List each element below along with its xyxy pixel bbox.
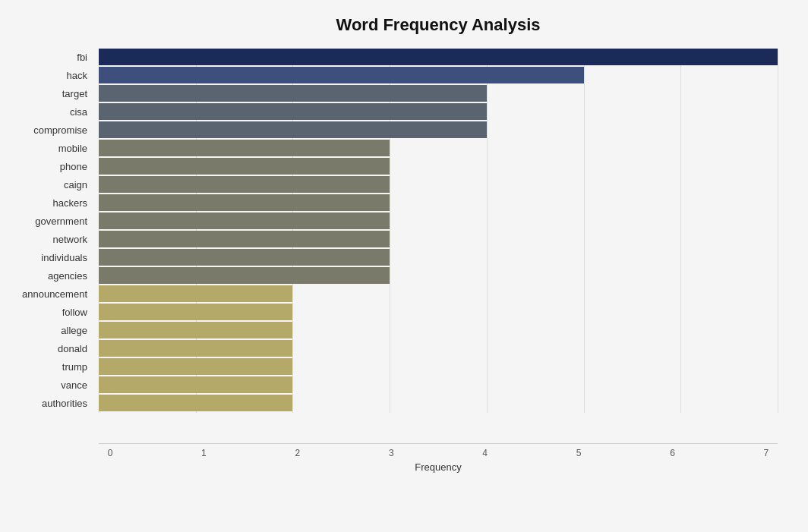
x-axis: 01234567 Frequency [99,443,778,474]
bar-row: donald [99,340,778,357]
bar-label: authorities [4,398,95,409]
bar-wrapper [99,231,778,247]
bar-label: mobile [4,143,95,154]
bar-wrapper [99,194,778,211]
bar [99,121,487,138]
bar-row: network [99,231,778,247]
bar-label: caign [4,179,95,190]
bar-label: individuals [4,252,95,263]
bar-row: caign [99,176,778,193]
x-tick: 0 [99,448,122,458]
x-tick: 1 [192,448,215,458]
bar-wrapper [99,249,778,266]
bar-label: network [4,234,95,245]
bar-label: cisa [4,106,95,118]
bar-wrapper [99,140,778,156]
bar [99,249,390,266]
bar-wrapper [99,285,778,302]
bar [99,304,292,320]
bar [99,358,292,375]
bar [99,285,292,302]
bar-label: vance [4,379,95,391]
chart-area: fbihacktargetcisacompromisemobilephoneca… [99,49,778,474]
x-tick: 2 [286,448,309,458]
bar-wrapper [99,376,778,393]
bar-label: donald [4,343,95,354]
bar [99,67,584,83]
bar [99,395,292,411]
bar-label: government [4,216,95,227]
bar [99,231,390,247]
bar [99,322,292,338]
bar-row: announcement [99,285,778,302]
bar-wrapper [99,304,778,320]
bar-label: allege [4,325,95,336]
bar-row: hack [99,67,778,83]
bar [99,212,390,229]
x-tick: 3 [380,448,402,458]
bar-label: compromise [4,124,95,136]
chart-title: Word Frequency Analysis [99,15,778,35]
bar [99,49,778,65]
bar-row: agencies [99,267,778,284]
bar-wrapper [99,358,778,375]
bar-row: compromise [99,121,778,138]
bar-row: hackers [99,194,778,211]
bar-label: hackers [4,197,95,209]
bar-wrapper [99,67,778,83]
bar [99,376,292,393]
bars-section: fbihacktargetcisacompromisemobilephoneca… [99,49,778,443]
bar-wrapper [99,85,778,102]
bar-wrapper [99,158,778,175]
bar-row: target [99,85,778,102]
bar [99,158,390,175]
bar-wrapper [99,103,778,120]
bar-row: authorities [99,395,778,411]
bar-wrapper [99,322,778,338]
bar-row: mobile [99,140,778,156]
chart-container: Word Frequency Analysis fbihacktargetcis… [0,0,808,532]
bar-row: government [99,212,778,229]
bar-row: allege [99,322,778,338]
bar-wrapper [99,212,778,229]
bar-wrapper [99,176,778,193]
x-tick: 7 [755,448,778,458]
bar-row: vance [99,376,778,393]
bar-row: trump [99,358,778,375]
bar-wrapper [99,49,778,65]
bar-label: follow [4,307,95,318]
bar [99,176,390,193]
bar-wrapper [99,267,778,284]
x-tick: 5 [567,448,590,458]
bar-label: trump [4,361,95,373]
bar-label: target [4,88,95,99]
bar-label: hack [4,70,95,81]
x-axis-label: Frequency [99,461,778,473]
bar-row: fbi [99,49,778,65]
x-tick: 6 [661,448,684,458]
bar-row: individuals [99,249,778,266]
bar-label: phone [4,161,95,172]
bar-wrapper [99,121,778,138]
bar-row: phone [99,158,778,175]
bar-label: fbi [4,52,95,63]
bar-row: follow [99,304,778,320]
bar [99,103,487,120]
bar-label: agencies [4,270,95,282]
x-tick: 4 [474,448,497,458]
bar-wrapper [99,340,778,357]
bar-label: announcement [4,288,95,300]
bar [99,194,390,211]
bar-wrapper [99,395,778,411]
gridline [778,49,778,413]
bar [99,85,487,102]
bar [99,267,390,284]
bar-row: cisa [99,103,778,120]
bar [99,340,292,357]
bar [99,140,390,156]
